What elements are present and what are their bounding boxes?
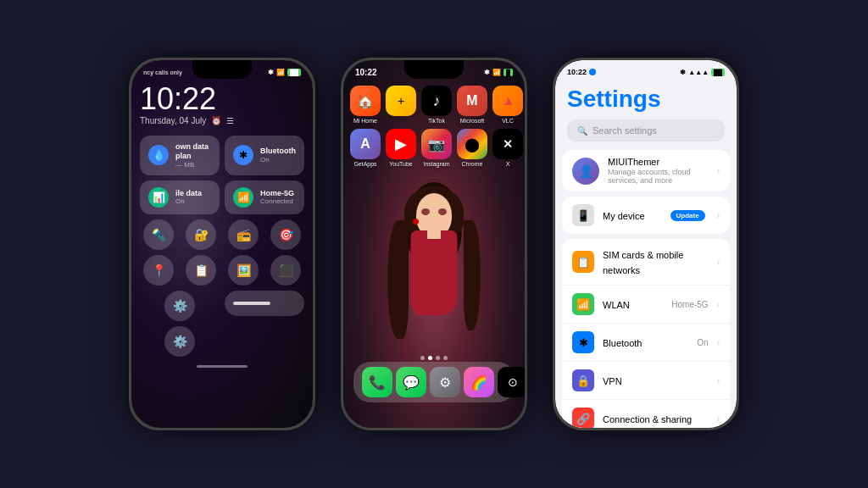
bt-icon-3: ✱ bbox=[680, 69, 686, 76]
settings-screen: 10:22 ✱ ▲▲▲ ██ Settings 🔍 Search setting… bbox=[555, 60, 737, 428]
app-chrome[interactable]: ⬤ Chrome bbox=[457, 129, 487, 167]
mobile-data-text: ile data On bbox=[175, 189, 202, 206]
chrome-label: Chrome bbox=[462, 161, 483, 167]
wifi-sub: Connected bbox=[260, 197, 294, 205]
vlc-label: VLC bbox=[502, 118, 514, 124]
profile-item[interactable]: 👤 MIUIThemer Manage accounts, cloud serv… bbox=[562, 150, 730, 191]
dot-4 bbox=[443, 356, 448, 360]
cc-icons-row2: 📍 📋 🖼️ ⬛ bbox=[140, 255, 304, 286]
notch-3 bbox=[616, 60, 676, 79]
dock-gallery[interactable]: 🌈 bbox=[464, 367, 494, 397]
app-grid-row1-wrap: 🏠 Mi Home + ♪ TikTok M Microsoft 🔺 bbox=[350, 86, 518, 167]
camera-dock-icon: ⊙ bbox=[498, 367, 525, 397]
chrome-icon: ⬤ bbox=[457, 129, 487, 159]
mobile-data-icon: 📊 bbox=[148, 187, 169, 208]
time-2: 10:22 bbox=[355, 68, 377, 77]
dock-messages[interactable]: 💬 bbox=[396, 367, 426, 397]
left-eye bbox=[421, 208, 430, 215]
dot-2 bbox=[428, 356, 432, 360]
bt-title: Bluetooth bbox=[260, 147, 296, 156]
photo-btn[interactable]: 🖼️ bbox=[228, 255, 259, 286]
connection-item[interactable]: 🔗 Connection & sharing › bbox=[562, 400, 730, 428]
anime-character bbox=[379, 178, 489, 381]
settings-title: Settings bbox=[567, 86, 725, 113]
bluetooth-card[interactable]: ✱ Bluetooth On bbox=[225, 136, 304, 175]
vpn-text: VPN bbox=[603, 373, 709, 388]
app-getapps[interactable]: A GetApps bbox=[350, 129, 381, 167]
earring bbox=[413, 219, 419, 225]
bt-sub: On bbox=[260, 156, 296, 164]
screen-btn[interactable]: ⬛ bbox=[270, 255, 301, 286]
app-vlc[interactable]: 🔺 VLC bbox=[492, 86, 523, 124]
wlan-label: WLAN bbox=[603, 300, 630, 310]
game-icon: + bbox=[386, 86, 416, 116]
focus-btn[interactable]: 🎯 bbox=[270, 219, 301, 250]
wlan-icon: 📶 bbox=[572, 293, 594, 315]
extra-gear-btn[interactable]: ⚙️ bbox=[164, 326, 195, 357]
vpn-label: VPN bbox=[603, 376, 622, 386]
settings-gear-btn[interactable]: ⚙️ bbox=[164, 291, 195, 321]
app-microsoft[interactable]: M Microsoft bbox=[457, 86, 487, 124]
app-instagram[interactable]: 📷 Instagram bbox=[421, 129, 452, 167]
status-bar-2: 10:22 ✱ 📶 █ bbox=[343, 60, 525, 80]
settings-dock-icon: ⚙ bbox=[430, 367, 460, 397]
dock-settings[interactable]: ⚙ bbox=[430, 367, 460, 397]
bt-chevron: › bbox=[717, 338, 720, 347]
sim-item[interactable]: 📋 SIM cards & mobile networks › bbox=[562, 239, 730, 286]
neck bbox=[427, 227, 441, 239]
wifi-title: Home-5G bbox=[260, 189, 294, 198]
bt-label: Bluetooth bbox=[603, 338, 642, 348]
data-plan-card[interactable]: 💧 own data plan — MB bbox=[140, 136, 220, 175]
data-icon: 💧 bbox=[148, 145, 169, 165]
broadcast-btn[interactable]: 📻 bbox=[228, 219, 259, 250]
battery-icon-2: █ bbox=[504, 69, 513, 76]
search-bar[interactable]: 🔍 Search settings bbox=[567, 119, 725, 141]
mobile-data-card[interactable]: 📊 ile data On bbox=[140, 180, 220, 214]
app-mihome[interactable]: 🏠 Mi Home bbox=[350, 86, 381, 124]
bluetooth-item[interactable]: ✱ Bluetooth On › bbox=[562, 324, 730, 362]
ms-label: Microsoft bbox=[460, 118, 484, 124]
app-x[interactable]: ✕ X bbox=[492, 129, 523, 167]
phone-1: ncy calls only ✱ 📶 ██ 10:22 Thursday, 04… bbox=[129, 58, 315, 430]
brightness-slider[interactable] bbox=[225, 291, 304, 316]
youtube-icon: ▶ bbox=[386, 129, 416, 159]
mihome-icon: 🏠 bbox=[350, 86, 381, 116]
app-tiktok[interactable]: ♪ TikTok bbox=[421, 86, 452, 124]
cc-extra-btn-wrap: ⚙️ bbox=[140, 326, 220, 357]
flashlight-btn[interactable]: 🔦 bbox=[143, 219, 174, 250]
profile-text: MIUIThemer Manage accounts, cloud servic… bbox=[608, 157, 709, 185]
dock-phone[interactable]: 📞 bbox=[362, 367, 392, 397]
screen-record-btn[interactable]: 🔐 bbox=[186, 219, 216, 250]
control-center-screen: ncy calls only ✱ 📶 ██ 10:22 Thursday, 04… bbox=[131, 60, 313, 428]
bt-card-text: Bluetooth On bbox=[260, 147, 296, 164]
connection-chevron: › bbox=[717, 414, 720, 424]
dock-bar: 📞 💬 ⚙ 🌈 ⊙ bbox=[353, 362, 515, 402]
profile-name: MIUIThemer bbox=[608, 157, 709, 167]
dot-1 bbox=[420, 356, 425, 360]
signal-icon-2: 📶 bbox=[492, 69, 501, 76]
app-youtube[interactable]: ▶ YouTube bbox=[386, 129, 416, 167]
getapps-icon: A bbox=[350, 129, 381, 159]
bluetooth-icon: ✱ bbox=[233, 145, 253, 165]
youtube-label: YouTube bbox=[389, 161, 413, 167]
device-text: My device bbox=[603, 208, 662, 223]
instagram-icon: 📷 bbox=[421, 129, 452, 159]
x-label: X bbox=[506, 161, 510, 167]
vpn-item[interactable]: 🔒 VPN › bbox=[562, 362, 730, 400]
app-game[interactable]: + bbox=[386, 86, 416, 124]
dock-camera[interactable]: ⊙ bbox=[498, 367, 525, 397]
sim-chevron: › bbox=[717, 258, 720, 267]
time-3: 10:22 bbox=[567, 68, 587, 76]
wlan-item[interactable]: 📶 WLAN Home-5G › bbox=[562, 286, 730, 324]
notch-1 bbox=[192, 60, 252, 79]
my-device-item[interactable]: 📱 My device Update › bbox=[562, 197, 730, 234]
vlc-icon: 🔺 bbox=[492, 86, 523, 116]
gallery-dock-icon: 🌈 bbox=[464, 367, 494, 397]
location-btn[interactable]: 📍 bbox=[143, 255, 174, 286]
cc-icons-row1: 🔦 🔐 📻 🎯 bbox=[140, 219, 304, 250]
mihome-label: Mi Home bbox=[353, 118, 377, 124]
sim-icon: 📋 bbox=[572, 251, 594, 273]
page-dots bbox=[420, 356, 448, 360]
clipboard-btn[interactable]: 📋 bbox=[186, 255, 216, 286]
wifi-card[interactable]: 📶 Home-5G Connected bbox=[225, 180, 304, 214]
